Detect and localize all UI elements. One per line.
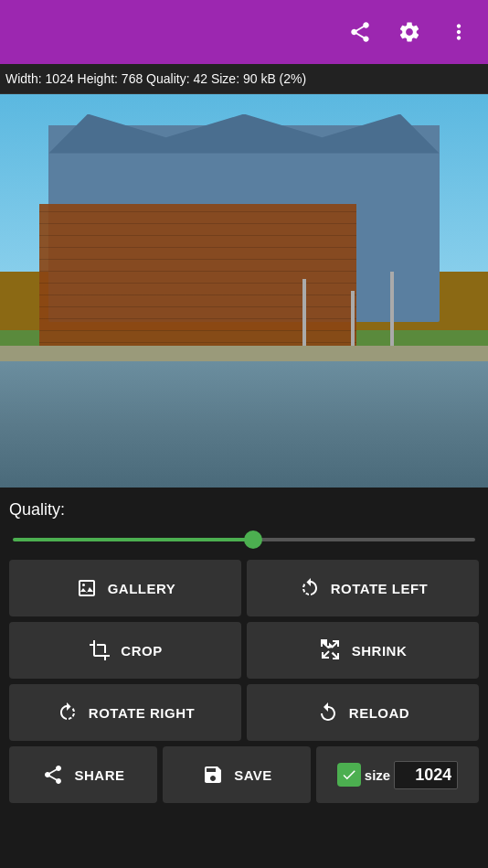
rotate-right-label: ROTATE RIGHT [89,705,195,721]
quality-slider-container [9,529,479,545]
toolbar [0,0,488,64]
more-menu-button[interactable] [439,12,479,52]
rotate-right-icon [56,701,80,724]
building-details [39,204,356,353]
rotate-right-button[interactable]: ROTATE RIGHT [9,684,241,741]
gallery-label: GALLERY [108,581,176,596]
size-label: size [365,767,390,783]
crane-2 [351,291,355,350]
reload-icon [316,701,340,724]
quality-label: Quality: [9,500,479,520]
save-button[interactable]: SAVE [163,746,311,803]
svg-point-0 [82,584,85,586]
crane-1 [302,279,306,349]
share-icon-bottom [41,763,65,787]
share-button-bottom[interactable]: SHARE [9,746,157,803]
gallery-button[interactable]: GALLERY [9,560,241,616]
quality-slider[interactable] [13,538,475,541]
crop-button[interactable]: CROP [9,622,241,679]
info-bar: Width: 1024 Height: 768 Quality: 42 Size… [0,64,488,94]
reload-button[interactable]: RELOAD [247,684,479,741]
shrink-icon [319,638,343,662]
shrink-label: SHRINK [352,643,408,659]
image-area [0,94,488,488]
rotate-left-label: ROTATE LEFT [331,581,429,596]
shrink-button[interactable]: SHRINK [247,622,479,679]
crop-icon [88,638,111,662]
settings-button[interactable] [389,12,430,52]
bottom-row: SHARE SAVE size [9,746,479,803]
water [0,361,488,488]
rotate-left-button[interactable]: ROTATE LEFT [247,560,479,616]
size-container: size [316,746,479,803]
image-info-text: Width: 1024 Height: 768 Quality: 42 Size… [5,71,306,86]
share-button[interactable] [340,12,380,52]
controls-panel: Quality: GALLERY ROTATE LEFT CROP [0,488,488,810]
size-checkbox[interactable] [337,763,361,787]
crane-3 [390,272,394,350]
image-placeholder [0,94,488,488]
size-input[interactable] [394,761,458,789]
save-icon [201,763,225,787]
gallery-icon [75,576,99,600]
rotate-left-icon [298,576,322,600]
save-label: SAVE [234,767,272,783]
reload-label: RELOAD [349,705,409,721]
button-grid: GALLERY ROTATE LEFT CROP SHRINK [9,560,479,741]
crop-label: CROP [121,643,162,659]
share-label: SHARE [74,767,124,783]
